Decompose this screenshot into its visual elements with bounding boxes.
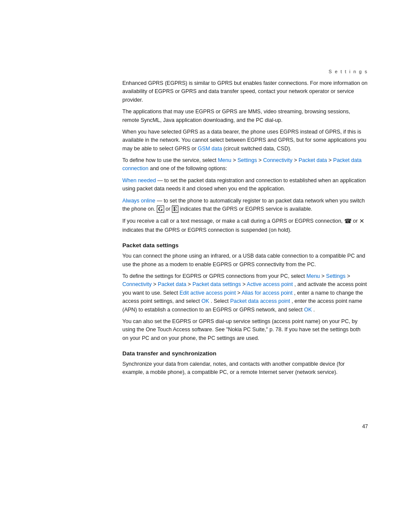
connectivity-link-2[interactable]: Connectivity xyxy=(122,281,152,287)
content-area: Enhanced GPRS (EGPRS) is similar to GPRS… xyxy=(0,79,411,406)
g-icon: G xyxy=(157,205,164,213)
settings-link-1[interactable]: Settings xyxy=(237,157,257,163)
signal-icon-1: ☎̸ xyxy=(344,217,352,226)
ok-link-1[interactable]: OK xyxy=(201,298,209,304)
active-access-point-link[interactable]: Active access point xyxy=(247,281,293,287)
e-icon: E xyxy=(172,205,178,213)
paragraph-5: If you receive a call or a text message,… xyxy=(122,217,368,234)
menu-link-1[interactable]: Menu xyxy=(218,157,231,163)
page-container: S e t t i n g s Enhanced GPRS (EGPRS) is… xyxy=(0,0,411,532)
when-needed-block: When needed — to set the packet data reg… xyxy=(122,177,368,193)
packet-data-access-point-link[interactable]: Packet data access point xyxy=(230,298,290,304)
packet-data-link-1[interactable]: Packet data xyxy=(299,157,327,163)
section1-paragraph-2: To define the settings for EGPRS or GPRS… xyxy=(122,272,368,314)
packet-data-settings-link[interactable]: Packet data settings xyxy=(193,281,241,287)
section1-paragraph-3: You can also set the EGPRS or GPRS dial-… xyxy=(122,317,368,342)
signal-icon-2: ✕ xyxy=(359,217,364,226)
edit-active-access-link[interactable]: Edit active access point xyxy=(180,290,236,296)
page-number: 47 xyxy=(0,406,411,429)
section1-heading: Packet data settings xyxy=(122,242,368,249)
section1-paragraph-1: You can connect the phone using an infra… xyxy=(122,252,368,269)
always-online-link[interactable]: Always online xyxy=(122,198,155,204)
always-online-block: Always online — to set the phone to auto… xyxy=(122,197,368,214)
section2-heading: Data transfer and synchronization xyxy=(122,350,368,357)
menu-link-2[interactable]: Menu xyxy=(306,273,320,279)
ok-link-2[interactable]: OK xyxy=(304,307,312,313)
settings-link-2[interactable]: Settings xyxy=(326,273,346,279)
page-header: S e t t i n g s xyxy=(0,0,411,79)
header-title: S e t t i n g s xyxy=(329,69,368,74)
paragraph-2: The applications that may use EGPRS or G… xyxy=(122,108,368,124)
paragraph-3: When you have selected GPRS as a data be… xyxy=(122,128,368,153)
when-needed-link[interactable]: When needed xyxy=(122,177,156,184)
gsm-data-link[interactable]: GSM data xyxy=(198,146,222,152)
alias-access-point-link[interactable]: Alias for access point xyxy=(242,290,293,296)
paragraph-4: To define how to use the service, select… xyxy=(122,156,368,173)
connectivity-link-1[interactable]: Connectivity xyxy=(263,157,293,163)
packet-data-link-2[interactable]: Packet data xyxy=(158,281,186,287)
paragraph-1: Enhanced GPRS (EGPRS) is similar to GPRS… xyxy=(122,79,368,104)
section2-paragraph-1: Synchronize your data from calendar, not… xyxy=(122,360,368,377)
